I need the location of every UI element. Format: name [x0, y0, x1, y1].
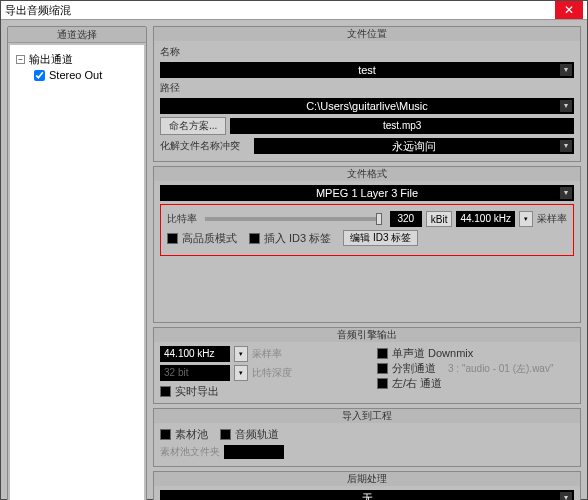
realtime-checkbox[interactable] — [160, 386, 171, 397]
export-dialog: 导出音频缩混 ✕ 通道选择 − 输出通道 Stereo Out 文件位置 — [1, 1, 587, 499]
conflict-label: 化解文件名称冲突 — [160, 139, 250, 153]
file-format-header: 文件格式 — [154, 167, 580, 181]
post-section: 后期处理 无▾ — [153, 471, 581, 500]
edit-id3-button[interactable]: 编辑 ID3 标签 — [343, 230, 418, 246]
post-header: 后期处理 — [154, 472, 580, 486]
file-location-header: 文件位置 — [154, 27, 580, 41]
bitrate-highlight: 比特率 320 kBit 44.100 kHz ▾ 采样率 高品质模式 插入 I… — [160, 204, 574, 256]
pool-checkbox[interactable] — [160, 429, 171, 440]
filename-field: test.mp3 — [230, 118, 574, 134]
close-button[interactable]: ✕ — [555, 1, 583, 19]
file-format-section: 文件格式 MPEG 1 Layer 3 File▾ 比特率 320 kBit 4… — [153, 166, 581, 323]
channel-panel: 通道选择 − 输出通道 Stereo Out — [7, 26, 147, 500]
path-label: 路径 — [160, 81, 190, 95]
channel-header: 通道选择 — [8, 27, 146, 43]
project-header: 导入到工程 — [154, 409, 580, 423]
channel-tree: − 输出通道 Stereo Out — [10, 45, 144, 500]
tree-root[interactable]: − 输出通道 — [16, 51, 138, 68]
id3-checkbox[interactable] — [249, 233, 260, 244]
window-title: 导出音频缩混 — [5, 3, 555, 18]
hq-checkbox[interactable] — [167, 233, 178, 244]
dropdown-icon[interactable]: ▾ — [560, 492, 572, 500]
codec-field[interactable]: MPEG 1 Layer 3 File▾ — [160, 185, 574, 201]
split-checkbox[interactable] — [377, 363, 388, 374]
naming-scheme-button[interactable]: 命名方案... — [160, 117, 226, 135]
project-section: 导入到工程 素材池 音频轨道 素材池文件夹 — [153, 408, 581, 467]
bitrate-unit: kBit — [426, 211, 453, 227]
path-field[interactable]: C:\Users\guitarlive\Music▾ — [160, 98, 574, 114]
name-label: 名称 — [160, 45, 190, 59]
conflict-field[interactable]: 永远询问▾ — [254, 138, 574, 154]
samplerate-field[interactable]: 44.100 kHz — [456, 211, 515, 227]
name-field[interactable]: test▾ — [160, 62, 574, 78]
dropdown-icon[interactable]: ▾ — [560, 64, 572, 76]
file-location-section: 文件位置 名称 test▾ 路径 C:\Users\guitarlive\Mus… — [153, 26, 581, 162]
post-field[interactable]: 无▾ — [160, 490, 574, 500]
mono-checkbox[interactable] — [377, 348, 388, 359]
pool-folder-field — [224, 445, 284, 459]
collapse-icon[interactable]: − — [16, 55, 25, 64]
bitrate-slider[interactable] — [205, 217, 382, 221]
pool-folder-label: 素材池文件夹 — [160, 445, 220, 459]
channel-checkbox[interactable] — [34, 70, 45, 81]
titlebar: 导出音频缩混 ✕ — [1, 1, 587, 20]
engine-bd-field: 32 bit — [160, 365, 230, 381]
engine-section: 音频引擎输出 44.100 kHz▾采样率 32 bit▾比特深度 实时导出 单… — [153, 327, 581, 404]
tree-child[interactable]: Stereo Out — [16, 68, 138, 82]
dropdown-icon[interactable]: ▾ — [560, 100, 572, 112]
samplerate-label: 采样率 — [537, 212, 567, 226]
bitrate-label: 比特率 — [167, 212, 197, 226]
dropdown-icon[interactable]: ▾ — [234, 346, 248, 362]
bitrate-value[interactable]: 320 — [390, 211, 422, 227]
dropdown-icon[interactable]: ▾ — [560, 140, 572, 152]
dropdown-icon: ▾ — [234, 365, 248, 381]
dropdown-icon[interactable]: ▾ — [560, 187, 572, 199]
engine-sr-field[interactable]: 44.100 kHz — [160, 346, 230, 362]
lr-checkbox[interactable] — [377, 378, 388, 389]
samplerate-dropdown[interactable]: ▾ — [519, 211, 533, 227]
track-checkbox[interactable] — [220, 429, 231, 440]
engine-header: 音频引擎输出 — [154, 328, 580, 342]
